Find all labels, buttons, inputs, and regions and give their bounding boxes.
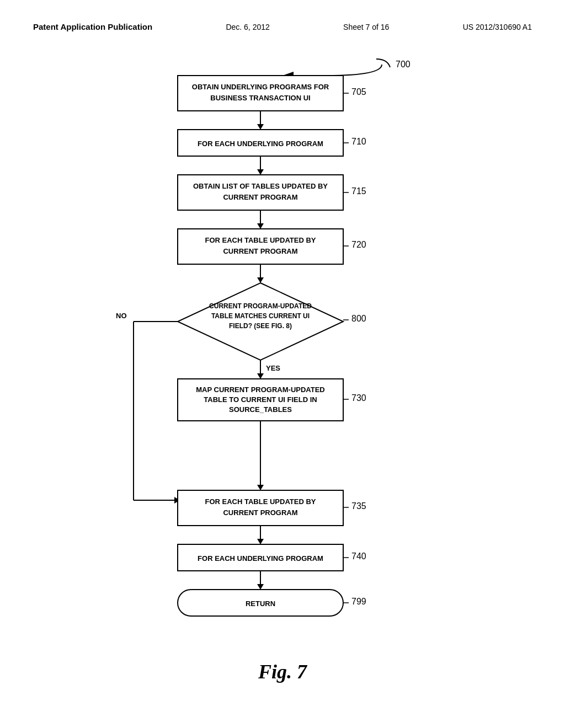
start-curve xyxy=(376,59,390,67)
arrowhead-705-710 xyxy=(257,124,264,130)
node-705-text-line1: OBTAIN UNDERLYING PROGRAMS FOR xyxy=(192,83,329,91)
sheet-info: Sheet 7 of 16 xyxy=(343,23,389,31)
node-715-text-line2: CURRENT PROGRAM xyxy=(223,193,297,201)
node-715-text-line1: OBTAIN LIST OF TABLES UPDATED BY xyxy=(193,182,328,190)
page: Patent Application Publication Dec. 6, 2… xyxy=(0,0,565,728)
node-740-text: FOR EACH UNDERLYING PROGRAM xyxy=(198,554,323,563)
flowchart-container: 700 OBTAIN UNDERLYING PROGRAMS FOR BUSIN… xyxy=(33,48,532,644)
arrowhead-yes xyxy=(257,373,264,379)
node-720-text-line2: CURRENT PROGRAM xyxy=(223,247,297,255)
node-710-text: FOR EACH UNDERLYING PROGRAM xyxy=(198,140,323,148)
arrowhead-715-720 xyxy=(257,223,264,229)
node-710-ref: 710 xyxy=(351,137,366,146)
arrowhead-735-740 xyxy=(257,539,264,544)
node-730-text-line1: MAP CURRENT PROGRAM-UPDATED xyxy=(196,386,325,394)
node-720-ref: 720 xyxy=(351,240,366,249)
node-720-box xyxy=(178,229,343,264)
node-705-box xyxy=(178,76,343,111)
node-800-diamond xyxy=(178,283,343,360)
flowchart-svg: 700 OBTAIN UNDERLYING PROGRAMS FOR BUSIN… xyxy=(89,48,476,644)
page-header: Patent Application Publication Dec. 6, 2… xyxy=(33,22,532,31)
node-720-text-line1: FOR EACH TABLE UPDATED BY xyxy=(205,236,316,244)
node-740-ref: 740 xyxy=(351,552,366,561)
node-730-text-line3: SOURCE_TABLES xyxy=(229,405,292,414)
node-730-text-line2: TABLE TO CURRENT UI FIELD IN xyxy=(204,395,317,404)
node-800-text-line2: TABLE MATCHES CURRENT UI xyxy=(211,312,310,320)
arrowhead-710-715 xyxy=(257,169,264,175)
yes-label: YES xyxy=(266,364,280,372)
node-800-text-line3: FIELD? (SEE FIG. 8) xyxy=(229,322,292,330)
node-800-text-line1: CURRENT PROGRAM-UPDATED xyxy=(209,302,312,310)
publication-title: Patent Application Publication xyxy=(33,22,152,31)
node-800-ref: 800 xyxy=(351,314,366,323)
start-ref-label: 700 xyxy=(396,60,411,69)
node-735-box xyxy=(178,490,343,526)
publication-date: Dec. 6, 2012 xyxy=(226,23,269,31)
arrowhead-730-735 xyxy=(257,485,264,490)
node-799-text: RETURN xyxy=(246,599,275,608)
start-arrow xyxy=(282,65,382,76)
no-label: NO xyxy=(116,312,127,320)
node-730-ref: 730 xyxy=(351,393,366,403)
node-735-text-line2: CURRENT PROGRAM xyxy=(223,508,297,517)
node-715-box xyxy=(178,175,343,210)
node-705-ref: 705 xyxy=(351,87,366,97)
node-735-text-line1: FOR EACH TABLE UPDATED BY xyxy=(205,497,316,506)
arrowhead-740-799 xyxy=(257,584,264,590)
patent-number: US 2012/310690 A1 xyxy=(463,23,532,31)
figure-label: Fig. 7 xyxy=(33,660,532,683)
node-715-ref: 715 xyxy=(351,186,366,196)
node-799-ref: 799 xyxy=(351,597,366,606)
node-735-ref: 735 xyxy=(351,501,366,511)
node-705-text-line2: BUSINESS TRANSACTION UI xyxy=(210,94,310,102)
arrowhead-720-800 xyxy=(257,277,264,283)
